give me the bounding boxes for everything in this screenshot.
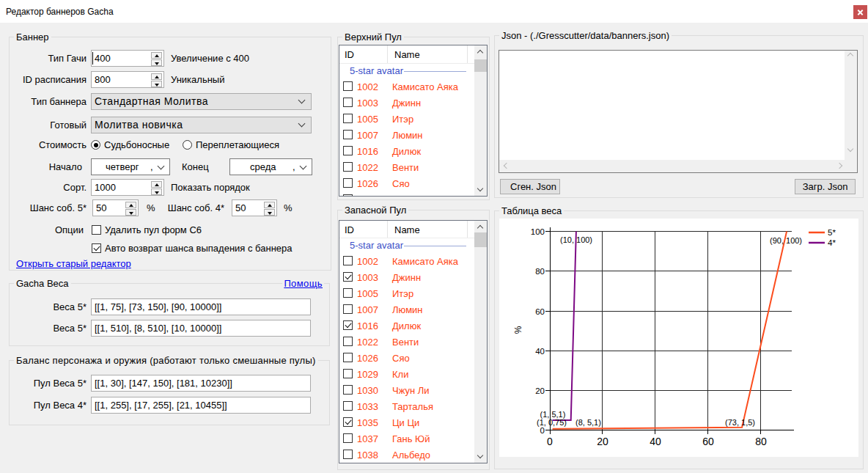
svg-text:20: 20: [535, 386, 545, 395]
svg-text:%: %: [513, 326, 523, 334]
svg-text:100: 100: [531, 227, 545, 236]
svg-text:80: 80: [755, 436, 767, 447]
svg-text:40: 40: [535, 347, 545, 356]
svg-text:60: 60: [702, 436, 714, 447]
svg-text:20: 20: [597, 436, 608, 447]
svg-text:(1, 0,75): (1, 0,75): [537, 418, 567, 427]
svg-text:0: 0: [547, 436, 553, 447]
svg-text:0: 0: [540, 426, 545, 435]
svg-text:(90, 100): (90, 100): [770, 236, 802, 245]
svg-text:(73, 1,5): (73, 1,5): [725, 418, 755, 427]
svg-text:5*: 5*: [828, 228, 836, 237]
svg-text:60: 60: [535, 307, 545, 316]
svg-text:80: 80: [535, 267, 545, 276]
svg-text:4*: 4*: [828, 238, 836, 247]
svg-text:(10, 100): (10, 100): [560, 235, 592, 244]
svg-text:(8, 5,1): (8, 5,1): [575, 418, 601, 427]
svg-text:40: 40: [650, 436, 661, 447]
